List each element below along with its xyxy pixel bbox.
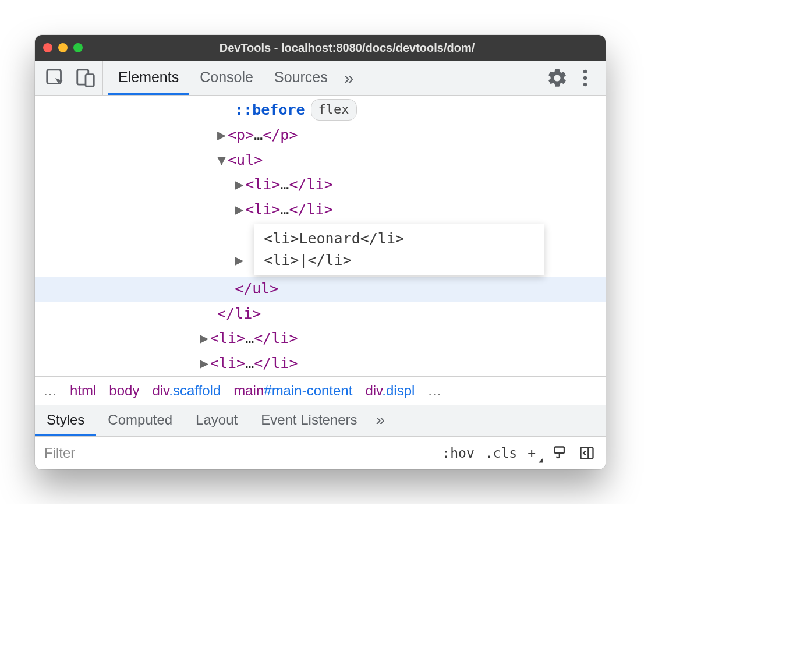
dom-close-li[interactable]: </li>: [35, 302, 606, 327]
expand-arrow-icon[interactable]: ▶: [235, 249, 245, 272]
breadcrumb-div-displ[interactable]: div.displ: [365, 383, 415, 399]
titlebar: DevTools - localhost:8080/docs/devtools/…: [35, 35, 606, 61]
zoom-window-button[interactable]: [73, 43, 83, 52]
svg-point-4: [583, 76, 587, 79]
main-toolbar: Elements Console Sources »: [35, 61, 606, 96]
svg-rect-2: [86, 74, 94, 86]
svg-point-5: [583, 82, 587, 86]
expand-arrow-icon[interactable]: ▶: [235, 199, 245, 221]
tabs-overflow-button[interactable]: »: [338, 61, 360, 95]
hov-toggle[interactable]: :hov: [442, 445, 474, 461]
subtabs-overflow-button[interactable]: »: [369, 405, 392, 436]
styles-filter-input[interactable]: [35, 437, 431, 469]
dom-node-p[interactable]: ▶<p>…</p>: [35, 123, 606, 148]
gear-icon[interactable]: [546, 67, 568, 89]
traffic-lights: [43, 43, 83, 52]
tool-icons-group: [38, 61, 103, 95]
styles-subtabs: Styles Computed Layout Event Listeners »: [35, 405, 606, 437]
close-window-button[interactable]: [43, 43, 52, 52]
styles-filter-bar: :hov .cls +◢: [35, 437, 606, 469]
expand-arrow-icon[interactable]: ▶: [200, 352, 210, 375]
dom-node-ul[interactable]: ▼<ul>: [35, 148, 606, 173]
dom-node-li[interactable]: ▶<li>…</li>: [35, 326, 606, 351]
breadcrumb-html[interactable]: html: [70, 383, 96, 399]
dropdown-caret-icon: ◢: [539, 456, 543, 464]
device-toolbar-icon[interactable]: [75, 67, 97, 89]
dom-node-li[interactable]: ▶<li>…</li>: [35, 172, 606, 197]
expand-arrow-icon[interactable]: ▶: [235, 174, 245, 196]
toolbar-right-icons: [540, 61, 602, 95]
dom-edit-region: ▶ <li>Leonard</li> <li>|</li>: [35, 222, 606, 277]
new-style-rule-button[interactable]: +◢: [528, 445, 541, 461]
breadcrumb-div-scaffold[interactable]: div.scaffold: [152, 383, 221, 399]
flex-badge[interactable]: flex: [311, 99, 357, 121]
breadcrumb-trailing-ellipsis[interactable]: …: [427, 383, 441, 399]
collapse-arrow-icon[interactable]: ▼: [217, 149, 228, 172]
subtab-styles[interactable]: Styles: [35, 405, 96, 436]
html-edit-textarea[interactable]: <li>Leonard</li> <li>|</li>: [254, 224, 544, 275]
dom-node-li[interactable]: ▶<li>…</li>: [35, 351, 606, 376]
tab-sources[interactable]: Sources: [264, 61, 338, 95]
dom-pseudo-before[interactable]: ::beforeflex: [35, 98, 606, 123]
dom-close-ul[interactable]: </ul>: [35, 277, 606, 302]
subtab-event-listeners[interactable]: Event Listeners: [249, 405, 369, 436]
edit-line-1: <li>Leonard</li>: [264, 230, 404, 247]
computed-sidebar-toggle-icon[interactable]: [579, 445, 595, 461]
subtab-computed[interactable]: Computed: [96, 405, 184, 436]
cls-toggle[interactable]: .cls: [485, 445, 517, 461]
paint-brush-icon[interactable]: [552, 445, 568, 461]
breadcrumb-leading-ellipsis[interactable]: …: [43, 383, 57, 399]
breadcrumb-main[interactable]: main#main-content: [233, 383, 352, 399]
tab-console[interactable]: Console: [189, 61, 264, 95]
devtools-window: DevTools - localhost:8080/docs/devtools/…: [35, 35, 606, 469]
kebab-menu-icon[interactable]: [574, 67, 596, 89]
breadcrumb-body[interactable]: body: [109, 383, 139, 399]
window-title: DevTools - localhost:8080/docs/devtools/…: [97, 41, 597, 55]
expand-arrow-icon[interactable]: ▶: [217, 124, 228, 147]
minimize-window-button[interactable]: [58, 43, 68, 52]
dom-node-li[interactable]: ▶<li>…</li>: [35, 197, 606, 222]
dom-breadcrumbs[interactable]: … html body div.scaffold main#main-conte…: [35, 376, 606, 405]
styles-filter-controls: :hov .cls +◢: [431, 445, 606, 461]
tab-elements[interactable]: Elements: [108, 61, 189, 95]
svg-rect-6: [555, 447, 564, 454]
dom-tree-panel[interactable]: ::beforeflex ▶<p>…</p> ▼<ul> ▶<li>…</li>…: [35, 96, 606, 376]
edit-line-2: <li>|</li>: [264, 252, 352, 268]
svg-point-3: [583, 69, 587, 73]
subtab-layout[interactable]: Layout: [184, 405, 249, 436]
expand-arrow-icon[interactable]: ▶: [200, 327, 210, 350]
inspect-element-icon[interactable]: [44, 67, 66, 89]
main-tabs: Elements Console Sources »: [108, 61, 540, 95]
